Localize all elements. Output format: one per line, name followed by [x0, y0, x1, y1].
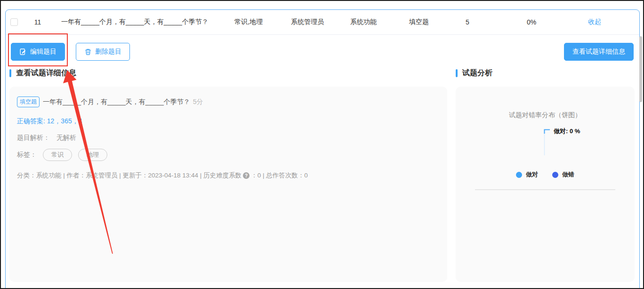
section-marker-bar — [9, 69, 11, 77]
detail-section-title: 查看试题详细信息 — [16, 68, 76, 78]
content-area: 查看试题详细信息 填空题 一年有_____个月，有_____天，有_____个季… — [6, 68, 639, 282]
collapse-link[interactable]: 收起 — [579, 18, 610, 26]
edit-question-button[interactable]: 编辑题目 — [11, 43, 65, 61]
analysis-column: 试题分析 试题对错率分布（饼图） 做对: 0 % — [456, 68, 635, 282]
detail-column: 查看试题详细信息 填空题 一年有_____个月，有_____天，有_____个季… — [9, 68, 447, 282]
question-table-row: 11 一年有_____个月，有_____天，有_____个季节？ 常识,地理 系… — [6, 10, 639, 34]
row-divider — [6, 34, 639, 35]
pie-callout-label: 做对: 0 % — [554, 128, 580, 134]
pie-callout-line-icon — [544, 129, 550, 159]
question-type-cell: 填空题 — [387, 18, 451, 26]
app-frame: 11 一年有_____个月，有_____天，有_____个季节？ 常识,地理 系… — [0, 0, 644, 289]
pie-callout: 做对: 0 % — [544, 129, 580, 159]
detail-question-text: 一年有_____个月，有_____天，有_____个季节？ — [43, 98, 190, 106]
edit-question-label: 编辑题目 — [30, 48, 56, 56]
view-detail-label: 查看试题详细信息 — [572, 48, 625, 56]
question-tags-cell: 常识,地理 — [222, 18, 275, 26]
tag-pill-changshi: 常识 — [43, 149, 72, 161]
row-checkbox[interactable] — [10, 18, 18, 26]
question-type-tag: 填空题 — [17, 96, 40, 107]
tags-line: 标签： 常识 地理 — [17, 149, 440, 161]
edit-icon — [19, 48, 27, 56]
pie-chart-title: 试题对错率分布（饼图） — [456, 111, 635, 120]
meta-text-before: 分类：系统功能 | 作者：系统管理员 | 更新于：2023-04-18 13:4… — [17, 171, 242, 180]
analysis-value: 无解析 — [56, 134, 76, 141]
legend-dot-wrong — [552, 172, 558, 178]
view-detail-button[interactable]: 查看试题详细信息 — [564, 43, 634, 61]
analysis-line: 题目解析： 无解析 — [17, 134, 440, 142]
checkbox-cell — [6, 18, 27, 26]
detail-question-score: 5分 — [193, 98, 203, 106]
analysis-card: 试题对错率分布（饼图） 做对: 0 % — [456, 87, 635, 282]
trash-icon — [84, 48, 92, 56]
meta-line: 分类：系统功能 | 作者：系统管理员 | 更新于：2023-04-18 13:4… — [17, 171, 308, 180]
meta-text-after: ：0 | 总作答次数：0 — [251, 171, 308, 180]
legend-item-wrong[interactable]: 做错 — [552, 170, 574, 179]
answer-value: 12，365，4 — [47, 117, 82, 125]
legend-item-correct[interactable]: 做对 — [516, 170, 538, 179]
delete-question-label: 删除题目 — [95, 48, 121, 56]
question-panel: 11 一年有_____个月，有_____天，有_____个季节？ 常识,地理 系… — [5, 9, 640, 289]
tag-pill-dili: 地理 — [78, 149, 107, 161]
question-index: 11 — [27, 18, 48, 26]
analysis-divider — [475, 189, 615, 190]
question-category-cell: 系统功能 — [340, 18, 387, 26]
question-line: 填空题 一年有_____个月，有_____天，有_____个季节？ 5分 — [17, 96, 440, 107]
question-score-cell: 5 — [451, 18, 484, 26]
toolbar: 编辑题目 删除题目 查看试题详细信息 — [6, 43, 639, 61]
section-marker-bar — [456, 69, 458, 77]
tags-label: 标签： — [17, 151, 37, 159]
question-text-cell: 一年有_____个月，有_____天，有_____个季节？ — [48, 18, 222, 26]
pie-legend: 做对 做错 — [456, 170, 635, 179]
question-author-cell: 系统管理员 — [275, 18, 340, 26]
analysis-label: 题目解析： — [17, 134, 50, 141]
analysis-section-header: 试题分析 — [456, 68, 635, 78]
detail-section-header: 查看试题详细信息 — [9, 68, 447, 78]
help-icon[interactable]: ? — [243, 172, 250, 179]
question-rate-cell: 0% — [484, 18, 579, 26]
vertical-scrollbar-thumb[interactable] — [639, 36, 642, 102]
delete-question-button[interactable]: 删除题目 — [76, 43, 130, 61]
answer-line: 正确答案: 12，365，4 — [17, 117, 440, 126]
legend-label-correct: 做对 — [526, 170, 538, 179]
detail-card: 填空题 一年有_____个月，有_____天，有_____个季节？ 5分 正确答… — [9, 87, 447, 282]
legend-dot-correct — [516, 172, 522, 178]
pie-chart-area: 做对: 0 % — [456, 129, 635, 165]
answer-label: 正确答案: — [17, 117, 45, 125]
legend-label-wrong: 做错 — [562, 170, 574, 179]
analysis-section-title: 试题分析 — [462, 68, 492, 78]
